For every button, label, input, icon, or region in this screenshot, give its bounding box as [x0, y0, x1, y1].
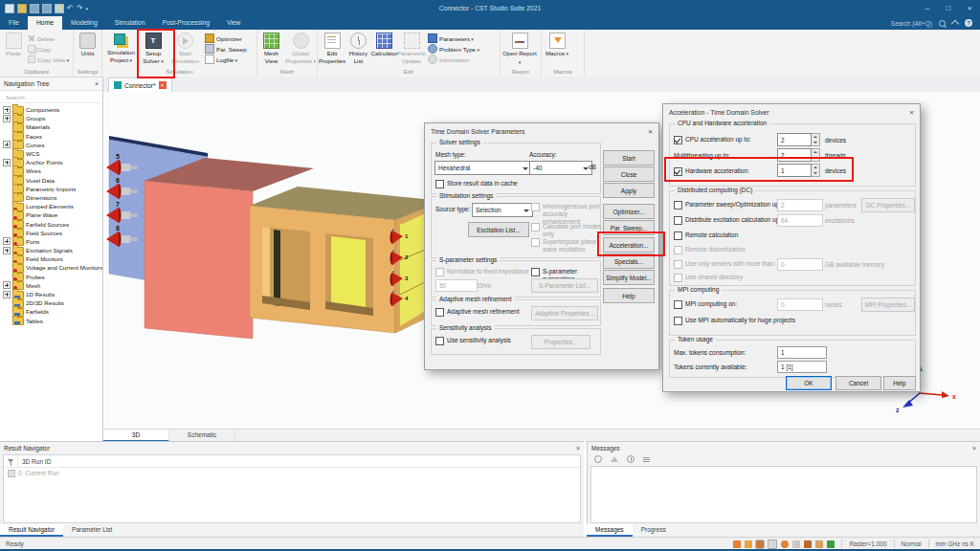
result-navigator-close-icon[interactable]: × — [576, 445, 580, 452]
expander-icon[interactable] — [3, 159, 11, 166]
warnings-filter-icon[interactable] — [611, 456, 618, 462]
menu-tab[interactable]: View — [218, 16, 250, 30]
message-log-icon[interactable] — [643, 457, 650, 458]
flag-icon[interactable] — [827, 540, 835, 548]
minimize-button[interactable]: – — [917, 0, 938, 16]
copy-button[interactable]: Copy — [26, 44, 71, 54]
logfile-button[interactable]: Logfile — [203, 55, 249, 64]
macros-button[interactable]: Macros — [543, 31, 571, 58]
calculator-button[interactable]: Calculator — [371, 31, 397, 57]
problem-type-button[interactable]: Problem Type — [426, 44, 481, 54]
fit-view-icon[interactable] — [792, 540, 800, 548]
expander-icon[interactable] — [3, 237, 11, 245]
hardware-devices-stepper[interactable]: 1 — [777, 164, 820, 177]
maximize-button[interactable]: □ — [938, 0, 959, 16]
filter-button[interactable] — [4, 455, 18, 467]
setup-solver-button[interactable]: T Setup Solver — [139, 31, 167, 65]
help-icon[interactable]: ? — [965, 19, 972, 27]
render-mode[interactable]: Normal — [902, 540, 922, 547]
units-display[interactable]: mm GHz ns K — [936, 540, 974, 547]
navigation-tree-close-icon[interactable]: × — [95, 80, 99, 87]
accuracy-select[interactable]: -40 — [529, 161, 592, 175]
open-file-icon[interactable] — [17, 4, 27, 13]
sensitivity-checkbox[interactable]: Use sensitivity analysis — [435, 337, 511, 345]
edit-properties-button[interactable]: Edit Properties — [319, 31, 345, 64]
port-modes-checkbox[interactable]: Calculate port modes only — [531, 223, 604, 238]
new-file-icon[interactable] — [5, 4, 14, 13]
tokens-available-field[interactable]: 1 [1] — [777, 361, 827, 373]
expander-icon[interactable] — [3, 281, 11, 289]
menu-tab[interactable]: File — [0, 16, 28, 30]
cpu-devices-stepper[interactable]: 2 — [777, 133, 820, 146]
source-type-select[interactable]: Selection — [472, 203, 533, 217]
save-icon[interactable] — [30, 4, 39, 13]
open-report-button[interactable]: Open Report — [501, 31, 538, 66]
mpi-computing-checkbox[interactable]: MPI computing on: — [674, 300, 737, 309]
mpi-auto-checkbox[interactable]: Use MPI automatically for huge projects — [674, 317, 795, 325]
threads-stepper[interactable]: 2 — [777, 148, 820, 162]
rotate-icon[interactable] — [781, 540, 789, 548]
specials-button[interactable]: Specials... — [603, 253, 655, 269]
search-icon[interactable] — [939, 20, 946, 27]
tree-item[interactable]: Tables — [3, 317, 102, 325]
zoom-icon[interactable] — [768, 540, 777, 549]
ok-button[interactable]: OK — [786, 376, 832, 390]
normalize-checkbox[interactable]: Normalize to fixed impedance — [435, 268, 529, 276]
start-button[interactable]: Start — [603, 150, 655, 165]
impedance-field[interactable]: 50 — [435, 279, 478, 292]
customize-toolbar-icon[interactable]: ▾ — [85, 5, 88, 12]
expander-icon[interactable] — [3, 141, 11, 148]
adaptive-properties-button[interactable]: Adaptive Properties... — [531, 306, 598, 320]
clipping-plane-icon[interactable] — [804, 540, 812, 548]
close-dialog-button[interactable]: Close — [603, 166, 655, 182]
run-id-column-header[interactable]: 3D Run ID — [18, 458, 51, 465]
document-close-icon[interactable]: × — [159, 81, 167, 89]
close-button[interactable]: × — [959, 0, 980, 16]
parametric-update-button[interactable]: Parametric Update — [397, 31, 426, 64]
store-cache-checkbox[interactable]: Store result data in cache — [435, 180, 518, 188]
acceleration-button[interactable]: Acceleration... — [603, 237, 655, 253]
collapse-ribbon-icon[interactable] — [951, 20, 959, 28]
mesh-type-select[interactable]: Hexahedral — [434, 161, 532, 175]
tab-parameter-list[interactable]: Parameter List — [63, 524, 121, 537]
delete-button[interactable]: Delete — [26, 33, 71, 43]
help-button[interactable]: Help — [603, 288, 655, 303]
parameters-button[interactable]: Parameters — [426, 33, 481, 43]
cancel-button[interactable]: Cancel — [835, 376, 881, 390]
expander-icon[interactable] — [3, 106, 11, 114]
raster-value[interactable]: Raster=1.000 — [849, 540, 886, 547]
document-tab[interactable]: Connector* × — [108, 77, 172, 92]
tab-result-navigator[interactable]: Result Navigator — [0, 524, 63, 537]
servers-memory-checkbox[interactable]: Use only servers with more than: — [674, 260, 776, 269]
pan-icon[interactable] — [745, 540, 752, 548]
global-properties-button[interactable]: Global Properties — [284, 31, 317, 65]
excitation-list-button[interactable]: Excitation List... — [468, 222, 529, 237]
optimizer-button[interactable]: Optimizer — [203, 33, 249, 43]
simulation-project-button[interactable]: Simulation Project — [103, 31, 139, 64]
cpu-acceleration-checkbox[interactable]: CPU acceleration up to: — [674, 136, 751, 144]
history-list-button[interactable]: History List — [345, 31, 371, 64]
dialog-close-icon[interactable]: × — [648, 127, 653, 136]
hardware-acceleration-checkbox[interactable]: Hardware acceleration: — [674, 167, 749, 176]
parameters-field[interactable]: 2 — [777, 199, 823, 211]
remote-calculation-checkbox[interactable]: Remote calculation — [674, 231, 738, 240]
remote-discretization-checkbox[interactable]: Remote discretization — [674, 246, 746, 254]
bounding-box-icon[interactable] — [815, 540, 823, 548]
sensitivity-properties-button[interactable]: Properties... — [531, 335, 590, 349]
zoom-in-icon[interactable] — [733, 540, 741, 548]
ribbon-search-input[interactable]: Search (Alt+Q) — [891, 20, 932, 27]
accel-help-button[interactable]: Help — [883, 376, 916, 390]
run-row[interactable]: 0: Current Run — [4, 468, 580, 478]
optimizer-dialog-button[interactable]: Optimizer... — [603, 204, 655, 219]
adaptive-mesh-checkbox[interactable]: Adaptive mesh refinement — [435, 308, 520, 317]
copy-view-button[interactable]: Copy View — [26, 55, 71, 64]
expander-icon[interactable] — [3, 291, 11, 298]
par-sweep-dialog-button[interactable]: Par. Sweep... — [603, 220, 655, 235]
distribute-excitation-checkbox[interactable]: Distribute excitation calculation up to: — [674, 216, 788, 225]
info-filter-icon[interactable] — [627, 455, 635, 463]
simplify-model-button[interactable]: Simplify Model... — [603, 270, 655, 285]
tab-progress[interactable]: Progress — [633, 524, 675, 537]
information-button[interactable]: Information — [426, 55, 481, 64]
shared-directory-checkbox[interactable]: Use shared directory — [674, 274, 743, 282]
menu-tab[interactable]: Simulation — [106, 16, 154, 30]
